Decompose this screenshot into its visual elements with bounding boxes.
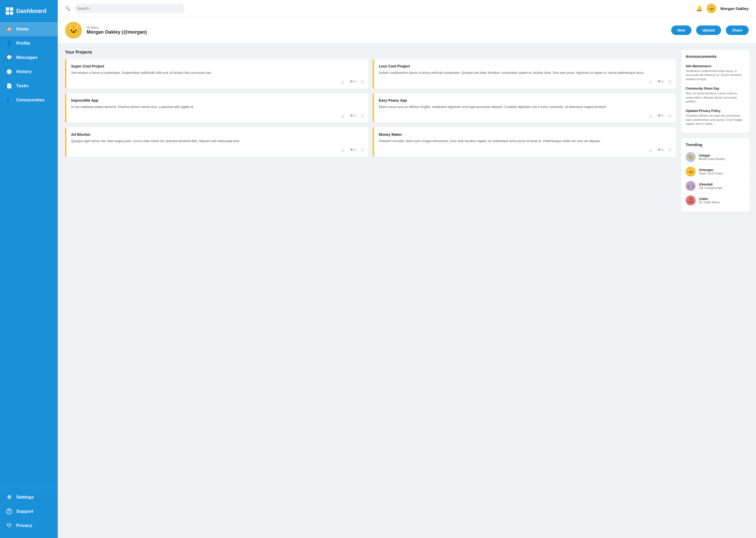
hero-greeting: Hi there, [87, 26, 667, 29]
view-icon[interactable]: 👁+ [350, 79, 356, 85]
star-icon[interactable]: ☆ [648, 114, 653, 119]
project-card-title: Super Cool Project [71, 64, 364, 68]
announcement-item: Site Maintenance Vestibulum condimentum … [685, 62, 745, 84]
project-card-desc: Praesent convallis, libero quis congue e… [379, 139, 672, 143]
fork-icon[interactable]: ⑂ [361, 148, 364, 153]
star-icon[interactable]: ☆ [341, 148, 345, 153]
project-card-title: Easy Peasy App [379, 98, 672, 102]
announcement-title: Updated Privacy Policy [685, 109, 745, 113]
sidebar-logo: Dashboard [0, 0, 58, 22]
fork-icon[interactable]: ⑂ [361, 114, 364, 119]
project-card: Money Maker Praesent convallis, libero q… [373, 127, 676, 157]
projects-title: Your Projects [65, 50, 676, 55]
project-card: Less Cool Project Nullam condimentum ips… [373, 59, 676, 89]
project-card-desc: In hac habitasse platea dictumst. Vivamu… [71, 105, 364, 109]
trending-title: Trending [685, 142, 745, 147]
sidebar-item-tasks-label: Tasks [16, 83, 28, 88]
announcement-title: Site Maintenance [685, 64, 745, 68]
sidebar-item-settings[interactable]: ⚙ Settings [0, 490, 58, 504]
fork-icon[interactable]: ⑂ [669, 114, 672, 119]
tasks-icon: 📄 [6, 83, 12, 89]
trending-item[interactable]: 🐱 @morgan Super Cool Project [685, 164, 745, 179]
header-username: Morgan Oakley [720, 6, 749, 11]
main-content: 🔍 🔔 🐱 Morgan Oakley 🐱 Hi there, Morgan O… [58, 0, 756, 538]
trending-item[interactable]: 🤖 @kendall Life Changing App [685, 179, 745, 193]
project-card-title: Ad Blocker [71, 133, 364, 136]
sidebar-item-messages-label: Messages [16, 55, 37, 60]
trending-handle: @kendall [699, 183, 745, 186]
hero-text: Hi there, Morgan Oakley (@morgan) [87, 26, 667, 35]
sidebar-bottom: ⚙ Settings ? Support 🛡 Privacy [0, 488, 58, 533]
project-card-desc: Quisque eget rutrum nisl. Nam augue just… [71, 139, 364, 143]
project-card-desc: Sed tempus ut lacus ut scelerisque. Susp… [71, 71, 364, 75]
star-icon[interactable]: ☆ [648, 79, 653, 85]
announcements-title: Announcements [685, 54, 745, 59]
project-card-desc: Etiam cursus eros ac efficitur fringilla… [379, 105, 672, 109]
trending-item[interactable]: 🧸 @alex No Traffic Maker [685, 193, 745, 207]
view-icon[interactable]: 👁+ [657, 79, 664, 85]
history-icon: 🕐 [6, 69, 12, 75]
privacy-icon: 🛡 [6, 523, 12, 528]
star-icon[interactable]: ☆ [648, 148, 653, 153]
trending-avatar: 🤖 [685, 181, 696, 191]
dashboard-logo-icon [6, 7, 13, 15]
upload-button[interactable]: Upload [696, 26, 721, 35]
hero-bar: 🐱 Hi there, Morgan Oakley (@morgan) New … [58, 17, 756, 44]
header: 🔍 🔔 🐱 Morgan Oakley [58, 0, 756, 17]
bell-icon[interactable]: 🔔 [696, 5, 702, 12]
sidebar-item-profile-label: Profile [16, 41, 30, 46]
sidebar-item-profile[interactable]: 👤 Profile [0, 36, 58, 50]
project-card-desc: Nullam condimentum ipsum ut lectus vehic… [379, 71, 672, 75]
sidebar-item-support[interactable]: ? Support [0, 504, 58, 518]
sidebar-item-messages[interactable]: 💬 Messages [0, 50, 58, 65]
project-card: Easy Peasy App Etiam cursus eros ac effi… [373, 93, 676, 123]
sidebar-item-privacy[interactable]: 🛡 Privacy [0, 518, 58, 533]
sidebar-item-home[interactable]: 🏠 Home [0, 22, 58, 36]
fork-icon[interactable]: ⑂ [361, 79, 364, 85]
sidebar-item-history[interactable]: 🕐 History [0, 65, 58, 79]
trending-avatar: 🦮 [685, 152, 696, 162]
search-input[interactable] [74, 4, 185, 13]
announcement-title: Community Share Day [685, 87, 745, 90]
new-button[interactable]: New [671, 26, 691, 35]
announcement-item: Community Share Day Nam vel lectus tinci… [685, 84, 745, 106]
view-icon[interactable]: 👁+ [350, 114, 356, 119]
project-card-actions: ☆ 👁+ ⑂ [379, 114, 672, 119]
trending-item[interactable]: 🦮 @tegan World Peace Builder [685, 150, 745, 164]
view-icon[interactable]: 👁+ [657, 114, 664, 119]
trending-project: World Peace Builder [699, 157, 745, 161]
announcement-item: Updated Privacy Policy Phasellus efficit… [685, 106, 745, 129]
share-button[interactable]: Share [726, 26, 749, 35]
fork-icon[interactable]: ⑂ [669, 79, 672, 85]
trending-list: 🦮 @tegan World Peace Builder 🐱 @morgan S… [685, 150, 745, 207]
project-card-title: Less Cool Project [379, 64, 672, 68]
trending-info: @morgan Super Cool Project [699, 168, 745, 175]
project-card-actions: ☆ 👁+ ⑂ [379, 148, 672, 153]
announcement-desc: Nam vel lectus tincidunt, rutrum nulla e… [685, 91, 745, 103]
sidebar-nav: 🏠 Home 👤 Profile 💬 Messages 🕐 History 📄 … [0, 22, 58, 538]
view-icon[interactable]: 👁+ [657, 148, 664, 153]
sidebar-logo-text: Dashboard [16, 8, 46, 15]
trending-info: @alex No Traffic Maker [699, 197, 745, 204]
trending-handle: @morgan [699, 168, 745, 172]
sidebar-item-privacy-label: Privacy [16, 523, 32, 528]
star-icon[interactable]: ☆ [341, 79, 345, 85]
sidebar-item-support-label: Support [16, 509, 33, 514]
view-icon[interactable]: 👁+ [350, 148, 356, 153]
trending-project: Super Cool Project [699, 172, 745, 175]
projects-grid: Super Cool Project Sed tempus ut lacus u… [65, 59, 676, 157]
trending-avatar: 🐱 [685, 167, 696, 177]
header-avatar: 🐱 [707, 4, 716, 13]
home-icon: 🏠 [6, 26, 12, 32]
content-area: Your Projects Super Cool Project Sed tem… [58, 44, 756, 538]
star-icon[interactable]: ☆ [341, 114, 345, 119]
trending-project: Life Changing App [699, 186, 745, 189]
communities-icon: 👥 [6, 97, 12, 103]
sidebar: Dashboard 🏠 Home 👤 Profile 💬 Messages 🕐 … [0, 0, 58, 538]
sidebar-item-communities-label: Communities [16, 97, 45, 103]
trending-info: @tegan World Peace Builder [699, 154, 745, 161]
project-card-actions: ☆ 👁+ ⑂ [71, 79, 364, 85]
fork-icon[interactable]: ⑂ [669, 148, 672, 153]
sidebar-item-communities[interactable]: 👥 Communities [0, 93, 58, 107]
sidebar-item-tasks[interactable]: 📄 Tasks [0, 79, 58, 93]
